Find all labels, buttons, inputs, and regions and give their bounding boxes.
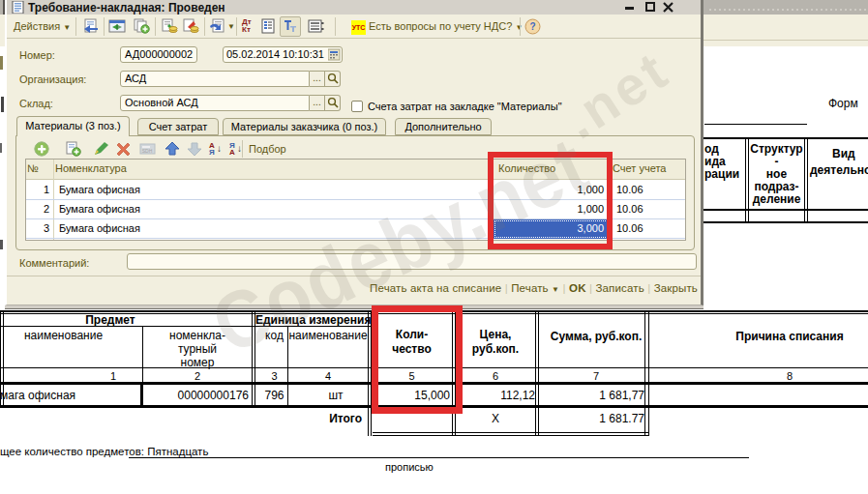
svg-text:?: ?	[529, 21, 535, 32]
svg-text:SDH: SDH	[142, 148, 153, 154]
